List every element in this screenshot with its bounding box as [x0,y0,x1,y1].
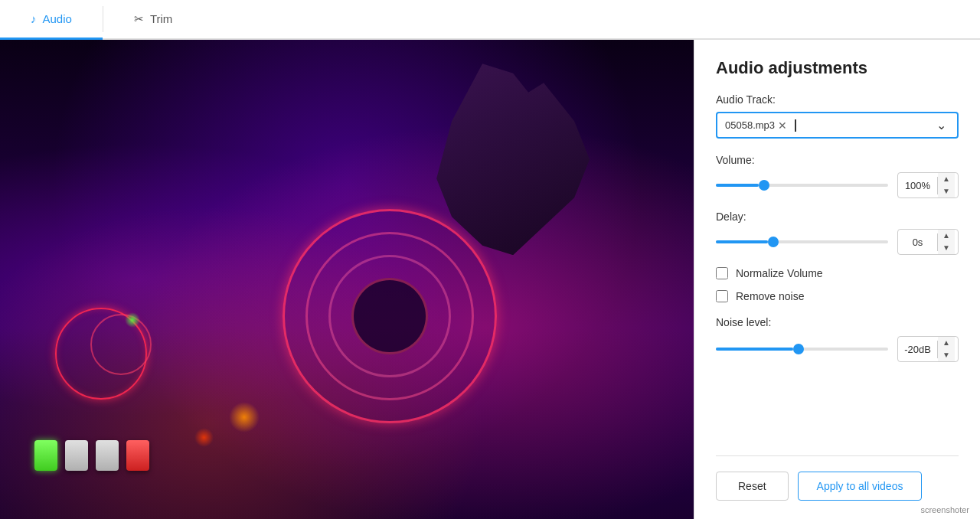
reset-button[interactable]: Reset [716,472,789,501]
delay-value-box: 0s ▲ ▼ [897,229,959,255]
audio-track-label: Audio Track: [716,93,959,106]
main-content: Audio adjustments Audio Track: 05058.mp3… [0,40,980,519]
volume-slider-row: 100% ▲ ▼ [716,172,959,198]
accent-red [194,428,214,447]
noise-increment-btn[interactable]: ▲ [938,337,955,349]
audio-track-input-wrapper[interactable]: 05058.mp3 ✕ ⌄ [716,112,959,139]
delay-slider-thumb[interactable] [768,237,779,247]
noise-slider-fill [716,348,793,351]
watermark: screenshoter [916,504,974,516]
turntable [283,209,497,423]
volume-label: Volume: [716,154,959,166]
delay-value: 0s [898,233,938,251]
noise-spinner: ▲ ▼ [938,337,955,361]
noise-slider-thumb[interactable] [793,344,804,354]
apply-to-all-videos-button[interactable]: Apply to all videos [798,472,923,501]
cursor-indicator [795,119,796,132]
tab-trim[interactable]: ✂ Trim [103,0,203,40]
noise-level-section: Noise level: -20dB ▲ ▼ [716,316,959,374]
normalize-volume-label[interactable]: Normalize Volume [736,267,823,279]
audio-icon: ♪ [31,12,37,25]
delay-slider-track[interactable] [716,240,888,243]
audio-track-close-icon[interactable]: ✕ [778,120,787,131]
volume-slider-thumb[interactable] [759,180,769,191]
delay-increment-btn[interactable]: ▲ [938,230,955,242]
delay-label: Delay: [716,211,959,223]
accent-green [125,312,140,328]
volume-spinner: ▲ ▼ [938,173,955,197]
remove-noise-checkbox[interactable] [716,290,728,302]
tab-bar: ♪ Audio ✂ Trim [0,0,980,40]
audio-track-tag: 05058.mp3 ✕ [725,119,787,131]
dj-background [0,40,694,519]
audio-adjustments-panel: Audio adjustments Audio Track: 05058.mp3… [694,40,980,519]
panel-title: Audio adjustments [716,58,959,78]
volume-value: 100% [898,177,938,194]
video-preview [0,40,694,519]
audio-track-filename: 05058.mp3 [725,119,775,131]
normalize-volume-row: Normalize Volume [716,267,959,279]
noise-value: -20dB [898,341,938,358]
tab-audio[interactable]: ♪ Audio [0,0,103,40]
volume-slider-track[interactable] [716,184,888,187]
ctrl-btn-green [34,440,57,471]
bottom-buttons: Reset Apply to all videos [716,455,959,501]
volume-value-box: 100% ▲ ▼ [897,172,959,198]
ctrl-btn-white-1 [65,440,88,471]
neon-light-2 [90,314,152,375]
normalize-volume-checkbox[interactable] [716,267,728,279]
accent-orange [229,402,260,432]
tab-trim-label: Trim [150,12,172,25]
noise-slider-track[interactable] [716,348,888,351]
ctrl-btn-white-2 [96,440,119,471]
noise-level-label: Noise level: [716,316,959,328]
audio-track-dropdown-icon[interactable]: ⌄ [933,118,949,132]
noise-value-box: -20dB ▲ ▼ [897,336,959,362]
volume-decrement-btn[interactable]: ▼ [938,185,955,197]
delay-slider-row: 0s ▲ ▼ [716,229,959,255]
remove-noise-row: Remove noise [716,290,959,302]
delay-slider-fill [716,240,768,243]
volume-increment-btn[interactable]: ▲ [938,173,955,185]
delay-decrement-btn[interactable]: ▼ [938,242,955,254]
trim-icon: ✂ [134,12,144,26]
turntable-ring-4 [351,278,428,354]
delay-spinner: ▲ ▼ [938,230,955,254]
noise-slider-row: -20dB ▲ ▼ [716,336,959,362]
tab-audio-label: Audio [43,12,72,25]
volume-slider-fill [716,184,759,187]
ctrl-btn-red [126,440,149,471]
audio-track-text-input[interactable] [801,119,929,132]
dj-controls [34,440,149,471]
remove-noise-label[interactable]: Remove noise [736,290,805,302]
noise-decrement-btn[interactable]: ▼ [938,349,955,361]
